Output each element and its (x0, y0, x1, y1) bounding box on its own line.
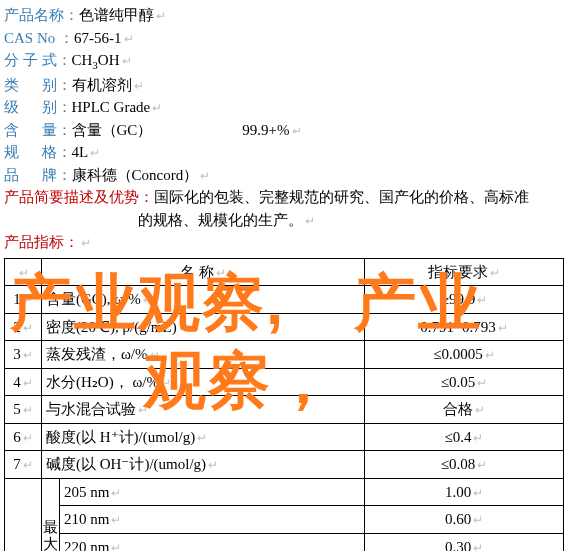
table-row: 220 nm 0.30 (5, 533, 564, 551)
row-name: 与水混合试验 (42, 396, 365, 424)
brand-label: 品 牌： (4, 167, 72, 183)
row-num: 4 (5, 368, 42, 396)
row-req: ≤0.05 (365, 368, 564, 396)
line-end-icon (197, 431, 207, 445)
row-num: 6 (5, 423, 42, 451)
row-name: 含量(GC), ω/% (42, 286, 365, 314)
head-req: 指标要求 (365, 258, 564, 286)
line-end-icon (23, 321, 33, 335)
row-name: 酸度(以 H⁺计)/(umol/g) (42, 423, 365, 451)
row-req: ≤0.0005 (365, 341, 564, 369)
line-end-icon (23, 293, 33, 307)
line-end-icon (134, 79, 144, 93)
row-num: 1 (5, 286, 42, 314)
content-gap (152, 122, 242, 138)
line-end-icon (138, 403, 148, 417)
product-name-row: 产品名称：色谱纯甲醇 (4, 4, 570, 27)
line-end-icon (477, 293, 487, 307)
line-end-icon (19, 266, 29, 280)
line-end-icon (216, 266, 226, 280)
line-end-icon (156, 9, 166, 23)
line-end-icon (179, 321, 189, 335)
indicator-row: 产品指标： (4, 231, 570, 254)
line-end-icon (111, 513, 121, 527)
grade-value: HPLC Grade (72, 99, 151, 115)
table-row: 5 与水混合试验 合格 (5, 396, 564, 424)
row-num: 2 (5, 313, 42, 341)
line-end-icon (490, 266, 500, 280)
desc-value-1: 国际化的包装、完整规范的研究、国产化的价格、高标准 (154, 189, 529, 205)
formula-row: 分 子 式：CH3OH (4, 49, 570, 74)
head-name: 名 称 (42, 258, 365, 286)
abs-val: 0.30 (365, 533, 564, 551)
row-req: 合格 (365, 396, 564, 424)
indicator-label: 产品指标： (4, 234, 79, 250)
line-end-icon (23, 403, 33, 417)
table-row: 7 碱度(以 OH⁻计)/(umol/g) ≤0.08 (5, 451, 564, 479)
row-name: 碱度(以 OH⁻计)/(umol/g) (42, 451, 365, 479)
line-end-icon (200, 169, 210, 183)
row-name: 密度(20℃), ρ/(g/mL) (42, 313, 365, 341)
formula-value: CH3OH (72, 52, 120, 68)
table-row: 3 蒸发残渣，ω/% ≤0.0005 (5, 341, 564, 369)
line-end-icon (23, 458, 33, 472)
content-percent: 99.9+% (242, 122, 289, 138)
table-row: 6 酸度(以 H⁺计)/(umol/g) ≤0.4 (5, 423, 564, 451)
line-end-icon (475, 403, 485, 417)
line-end-icon (473, 541, 483, 552)
line-end-icon (152, 101, 162, 115)
product-name-label: 产品名称： (4, 7, 79, 23)
line-end-icon (150, 348, 160, 362)
line-end-icon (143, 293, 153, 307)
desc-label: 产品简要描述及优势： (4, 189, 154, 205)
abs-label: 最大吸光度 (42, 478, 60, 551)
line-end-icon (477, 458, 487, 472)
spec-table: 名 称 指标要求 1 含量(GC), ω/% ≥99.9 2 密度(20℃), … (4, 258, 564, 552)
category-row: 类 别：有机溶剂 (4, 74, 570, 97)
spec-label: 规 格： (4, 144, 72, 160)
spec-value: 4L (72, 144, 89, 160)
content-label: 含 量： (4, 122, 72, 138)
line-end-icon (23, 348, 33, 362)
abs-val: 0.60 (365, 506, 564, 534)
table-row: 1 含量(GC), ω/% ≥99.9 (5, 286, 564, 314)
row-num: 3 (5, 341, 42, 369)
line-end-icon (23, 376, 33, 390)
row-req: ≥99.9 (365, 286, 564, 314)
table-row: 2 密度(20℃), ρ/(g/mL) 0.791~0.793 (5, 313, 564, 341)
row-name: 蒸发残渣，ω/% (42, 341, 365, 369)
grade-label: 级 别： (4, 99, 72, 115)
cas-row: CAS No ：67-56-1 (4, 27, 570, 50)
line-end-icon (305, 214, 315, 228)
row-name: 水分(H₂O)， ω/% (42, 368, 365, 396)
line-end-icon (498, 321, 508, 335)
line-end-icon (477, 376, 487, 390)
content-row: 含 量：含量（GC） 99.9+% (4, 119, 570, 142)
line-end-icon (208, 458, 218, 472)
brand-value: 康科德（Concord） (72, 167, 199, 183)
line-end-icon (473, 513, 483, 527)
line-end-icon (23, 431, 33, 445)
table-row: 210 nm 0.60 (5, 506, 564, 534)
abs-nm: 210 nm (60, 506, 365, 534)
line-end-icon (473, 486, 483, 500)
line-end-icon (473, 431, 483, 445)
brand-row: 品 牌：康科德（Concord） (4, 164, 570, 187)
line-end-icon (124, 32, 134, 46)
line-end-icon (111, 486, 121, 500)
category-label: 类 别： (4, 77, 72, 93)
line-end-icon (161, 376, 171, 390)
line-end-icon (90, 146, 100, 160)
spec-row: 规 格：4L (4, 141, 570, 164)
row-num: 7 (5, 451, 42, 479)
line-end-icon (122, 54, 132, 68)
content-value: 含量（GC） (72, 122, 153, 138)
desc-row-2: 的规格、规模化的生产。 (138, 209, 570, 232)
line-end-icon (485, 348, 495, 362)
row-num: 8 (5, 478, 42, 551)
abs-val: 1.00 (365, 478, 564, 506)
line-end-icon (292, 124, 302, 138)
cas-value: 67-56-1 (74, 30, 122, 46)
category-value: 有机溶剂 (72, 77, 132, 93)
row-num: 5 (5, 396, 42, 424)
